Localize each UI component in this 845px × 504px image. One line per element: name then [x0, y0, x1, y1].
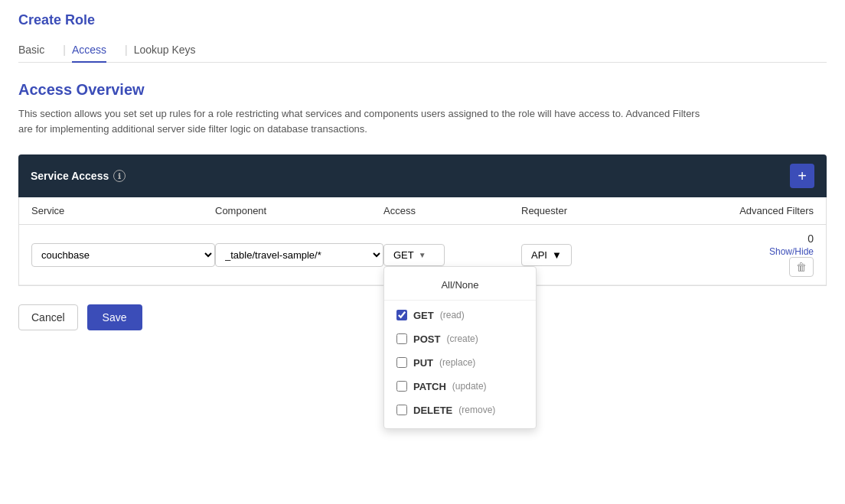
get-label: GET [413, 310, 434, 321]
component-select[interactable]: _table/travel-sample/* [215, 243, 383, 267]
put-desc: (replace) [439, 357, 475, 368]
section-title: Access Overview [18, 81, 827, 99]
patch-option[interactable]: PATCH (update) [384, 375, 536, 398]
requester-arrow: ▼ [552, 249, 562, 261]
put-label: PUT [413, 357, 433, 369]
patch-checkbox[interactable] [396, 381, 407, 392]
page-title: Create Role [18, 12, 827, 28]
advanced-count: 0 [807, 232, 814, 245]
info-icon[interactable]: ℹ [113, 170, 126, 182]
nav-separator-2: | [125, 44, 128, 56]
post-label: POST [413, 333, 440, 345]
access-dropdown-button[interactable]: GET ▼ [383, 244, 445, 266]
get-desc: (read) [440, 310, 465, 320]
advanced-filters-cell: 0 Show/Hide 🗑 [644, 232, 814, 277]
service-access-label: Service Access [31, 170, 109, 182]
table-header: Service Component Access Requester Advan… [19, 197, 826, 225]
col-header-access: Access [383, 205, 521, 216]
access-dropdown-container: GET ▼ All/None GET (re [383, 244, 445, 266]
delete-option[interactable]: DELETE (remove) [384, 398, 536, 422]
access-cell: GET ▼ All/None GET (re [383, 244, 521, 266]
show-hide-link[interactable]: Show/Hide [769, 246, 814, 257]
add-service-button[interactable]: + [790, 164, 814, 188]
col-header-component: Component [215, 205, 383, 216]
col-header-advanced-filters: Advanced Filters [644, 205, 814, 216]
section-description: This section allows you set set up rules… [18, 106, 707, 136]
requester-cell: API ▼ [521, 244, 644, 266]
requester-dropdown-button[interactable]: API ▼ [521, 244, 572, 266]
patch-label: PATCH [413, 381, 446, 392]
patch-desc: (update) [452, 381, 487, 392]
col-header-service: Service [31, 205, 215, 216]
cancel-button[interactable]: Cancel [18, 304, 78, 330]
col-header-requester: Requester [521, 205, 644, 216]
tab-access[interactable]: Access [72, 37, 106, 62]
all-none-label: All/None [441, 279, 478, 291]
post-desc: (create) [446, 333, 478, 344]
service-cell: couchbase [31, 243, 215, 267]
get-checkbox[interactable] [396, 310, 407, 320]
post-option[interactable]: POST (create) [384, 327, 536, 351]
tab-basic[interactable]: Basic [18, 37, 44, 62]
service-access-panel: Service Access ℹ + Service Component Acc… [18, 154, 827, 286]
delete-checkbox[interactable] [396, 405, 407, 415]
all-none-option[interactable]: All/None [384, 273, 536, 297]
delete-row-button[interactable]: 🗑 [789, 257, 814, 277]
dropdown-divider-1 [384, 300, 536, 301]
service-access-title: Service Access ℹ [31, 170, 126, 182]
advanced-col: 0 Show/Hide [644, 232, 814, 257]
table-row: couchbase _table/travel-sample/* GET ▼ [19, 225, 826, 285]
save-button[interactable]: Save [87, 304, 142, 330]
post-checkbox[interactable] [396, 333, 407, 344]
service-select[interactable]: couchbase [31, 243, 215, 267]
component-cell: _table/travel-sample/* [215, 243, 383, 267]
access-value-label: GET [393, 249, 414, 261]
service-access-header: Service Access ℹ + [18, 154, 827, 197]
nav-tabs: Basic | Access | Lookup Keys [18, 37, 827, 63]
get-option[interactable]: GET (read) [384, 304, 536, 327]
delete-label: DELETE [413, 405, 452, 416]
requester-value-label: API [531, 249, 547, 261]
access-dropdown-arrow: ▼ [419, 251, 426, 259]
nav-separator-1: | [63, 44, 66, 56]
put-option[interactable]: PUT (replace) [384, 351, 536, 375]
delete-desc: (remove) [458, 405, 495, 415]
service-access-table: Service Component Access Requester Advan… [18, 197, 827, 286]
put-checkbox[interactable] [396, 357, 407, 368]
access-dropdown-menu: All/None GET (read) POST (c [383, 266, 537, 429]
tab-lookup-keys[interactable]: Lookup Keys [134, 37, 196, 62]
